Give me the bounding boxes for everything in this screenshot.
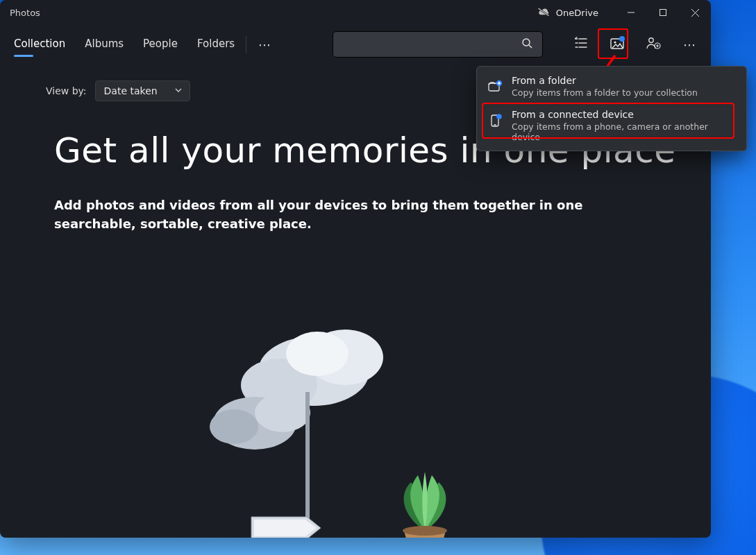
- tab-collection[interactable]: Collection: [4, 31, 75, 58]
- tab-separator: [246, 36, 246, 53]
- onedrive-status[interactable]: OneDrive: [537, 7, 598, 19]
- select-icon: [574, 37, 588, 52]
- empty-state-illustration: [0, 295, 711, 538]
- window-controls: [615, 0, 711, 25]
- tab-label: Collection: [14, 37, 65, 50]
- search-box[interactable]: [333, 31, 543, 58]
- menu-item-desc: Copy items from a folder to your collect…: [512, 87, 698, 98]
- svg-point-26: [403, 526, 447, 536]
- import-dropdown-menu: From a folder Copy items from a folder t…: [476, 66, 747, 151]
- svg-point-18: [286, 332, 348, 376]
- nav-tabs: Collection Albums People Folders: [4, 31, 244, 58]
- menu-item-title: From a connected device: [512, 109, 737, 120]
- viewby-label: View by:: [46, 85, 87, 96]
- viewby-selected: Date taken: [104, 85, 158, 96]
- search-button[interactable]: [516, 35, 538, 54]
- svg-point-33: [496, 114, 502, 119]
- svg-point-9: [614, 41, 616, 43]
- svg-rect-3: [660, 10, 666, 16]
- folder-add-icon: [487, 77, 503, 96]
- people-add-icon: [646, 36, 661, 53]
- subheadline: Add photos and videos from all your devi…: [54, 196, 641, 233]
- toolbar: Collection Albums People Folders ⋯: [0, 25, 711, 64]
- window-title: Photos: [10, 8, 40, 18]
- tab-label: Folders: [197, 37, 235, 50]
- svg-point-10: [619, 36, 625, 42]
- more-tabs-button[interactable]: ⋯: [251, 31, 278, 58]
- tab-folders[interactable]: Folders: [187, 31, 244, 58]
- device-icon: [487, 111, 503, 130]
- menu-item-title: From a folder: [512, 75, 698, 86]
- tab-label: Albums: [85, 37, 124, 50]
- import-button[interactable]: [601, 31, 633, 58]
- svg-rect-22: [305, 392, 310, 538]
- toolbar-icons: ⋯: [565, 31, 705, 58]
- svg-marker-25: [254, 520, 317, 536]
- more-options-button[interactable]: ⋯: [673, 31, 705, 58]
- viewby-select[interactable]: Date taken: [95, 80, 190, 101]
- menu-item-desc: Copy items from a phone, camera or anoth…: [512, 121, 737, 142]
- search-input[interactable]: [340, 38, 516, 51]
- import-icon: [610, 36, 625, 53]
- more-horizontal-icon: ⋯: [683, 37, 696, 52]
- svg-point-20: [255, 393, 310, 432]
- onedrive-label: OneDrive: [556, 8, 598, 18]
- cloud-off-icon: [537, 7, 551, 19]
- tab-albums[interactable]: Albums: [75, 31, 133, 58]
- svg-point-11: [649, 38, 653, 42]
- select-mode-button[interactable]: [565, 31, 597, 58]
- search-icon: [521, 37, 532, 51]
- titlebar: Photos OneDrive: [0, 0, 711, 25]
- svg-point-6: [523, 39, 530, 46]
- people-add-button[interactable]: [637, 31, 669, 58]
- minimize-button[interactable]: [615, 0, 647, 25]
- import-from-folder[interactable]: From a folder Copy items from a folder t…: [477, 69, 746, 103]
- maximize-button[interactable]: [647, 0, 679, 25]
- svg-line-7: [529, 45, 532, 48]
- import-from-device[interactable]: From a connected device Copy items from …: [477, 103, 746, 148]
- tab-label: People: [143, 37, 178, 50]
- svg-point-21: [210, 409, 258, 444]
- close-button[interactable]: [679, 0, 711, 25]
- chevron-down-icon: [174, 85, 183, 96]
- tab-people[interactable]: People: [133, 31, 187, 58]
- more-horizontal-icon: ⋯: [258, 37, 271, 52]
